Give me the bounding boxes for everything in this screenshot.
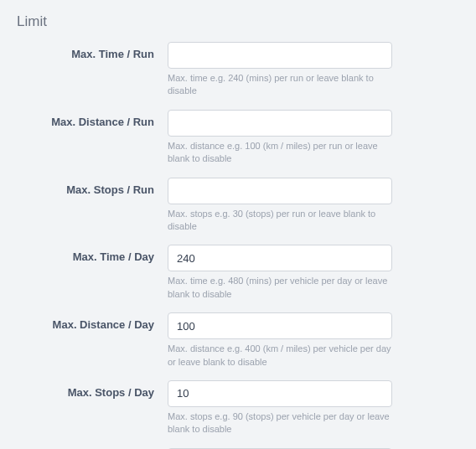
field-max-time-run: Max. Time / Run Max. time e.g. 240 (mins… — [17, 42, 459, 98]
input-col: Max. distance e.g. 400 (km / miles) per … — [168, 312, 392, 369]
input-col: Max. stops e.g. 90 (stops) per vehicle p… — [168, 380, 392, 436]
input-max-stops-day[interactable] — [168, 380, 392, 407]
label-max-distance-day: Max. Distance / Day — [17, 312, 168, 331]
input-max-time-run[interactable] — [168, 42, 392, 69]
help-max-distance-day: Max. distance e.g. 400 (km / miles) per … — [168, 343, 392, 369]
help-max-distance-run: Max. distance e.g. 100 (km / miles) per … — [168, 140, 392, 166]
input-col: Max. distance e.g. 100 (km / miles) per … — [168, 110, 392, 166]
help-max-time-day: Max. time e.g. 480 (mins) per vehicle pe… — [168, 275, 392, 301]
label-max-stops-run: Max. Stops / Run — [17, 178, 168, 196]
label-max-time-day: Max. Time / Day — [17, 245, 168, 263]
input-max-distance-day[interactable] — [168, 312, 392, 339]
input-max-time-day[interactable] — [168, 245, 392, 271]
field-max-stops-day: Max. Stops / Day Max. stops e.g. 90 (sto… — [17, 380, 459, 436]
input-max-stops-run[interactable] — [168, 178, 392, 204]
label-max-distance-run: Max. Distance / Run — [17, 110, 168, 128]
input-col: Max. time e.g. 480 (mins) per vehicle pe… — [168, 245, 392, 301]
help-max-stops-day: Max. stops e.g. 90 (stops) per vehicle p… — [168, 410, 392, 436]
field-max-distance-day: Max. Distance / Day Max. distance e.g. 4… — [17, 312, 459, 369]
label-max-stops-day: Max. Stops / Day — [17, 380, 168, 399]
help-max-time-run: Max. time e.g. 240 (mins) per run or lea… — [168, 72, 392, 98]
input-max-distance-run[interactable] — [168, 110, 392, 137]
field-max-time-day: Max. Time / Day Max. time e.g. 480 (mins… — [17, 245, 459, 301]
section-title: Limit — [17, 13, 459, 30]
input-col: Max. time e.g. 240 (mins) per run or lea… — [168, 42, 392, 98]
help-max-stops-run: Max. stops e.g. 30 (stops) per run or le… — [168, 208, 392, 234]
field-max-stops-run: Max. Stops / Run Max. stops e.g. 30 (sto… — [17, 178, 459, 234]
field-max-distance-run: Max. Distance / Run Max. distance e.g. 1… — [17, 110, 459, 166]
input-col: Max. stops e.g. 30 (stops) per run or le… — [168, 178, 392, 234]
label-max-time-run: Max. Time / Run — [17, 42, 168, 60]
